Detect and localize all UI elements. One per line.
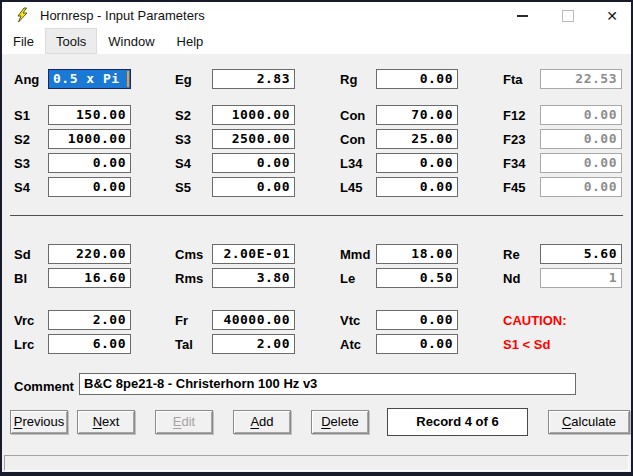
label-s4: S4 <box>175 156 191 171</box>
label-vtc: Vtc <box>340 313 360 328</box>
field-rms[interactable]: 3.80 <box>212 268 295 288</box>
field-l34[interactable]: 0.00 <box>376 153 458 173</box>
label-s3: S3 <box>175 132 191 147</box>
field-s3[interactable]: 0.00 <box>48 153 131 173</box>
caution-heading: CAUTION: <box>503 313 567 328</box>
section-separator <box>10 215 623 216</box>
field-re[interactable]: 5.60 <box>540 244 622 264</box>
menu-item-help[interactable]: Help <box>166 28 215 54</box>
field-f12: 0.00 <box>540 105 622 125</box>
label-con: Con <box>340 108 365 123</box>
comment-input[interactable]: B&C 8pe21-8 - Christerhorn 100 Hz v3 <box>79 373 576 395</box>
field-s5[interactable]: 0.00 <box>212 177 295 197</box>
field-le[interactable]: 0.50 <box>376 268 458 288</box>
edit-button: Edit <box>155 410 213 434</box>
field-ang[interactable]: 0.5 x Pi <box>48 69 131 89</box>
field-vtc[interactable]: 0.00 <box>376 310 458 330</box>
label-f23: F23 <box>503 132 525 147</box>
previous-button[interactable]: Previous <box>10 410 68 434</box>
field-f45: 0.00 <box>540 177 622 197</box>
minimize-icon <box>517 15 528 17</box>
next-button[interactable]: Next <box>77 410 135 434</box>
label-s1: S1 <box>14 108 30 123</box>
add-button[interactable]: Add <box>233 410 291 434</box>
menu-item-tools[interactable]: Tools <box>45 28 97 54</box>
label-eg: Eg <box>175 72 192 87</box>
label-rms: Rms <box>175 271 203 286</box>
label-vrc: Vrc <box>14 313 34 328</box>
label-s4: S4 <box>14 180 30 195</box>
close-icon: ✕ <box>606 8 618 24</box>
field-sd[interactable]: 220.00 <box>48 244 131 264</box>
field-fr[interactable]: 40000.00 <box>212 310 295 330</box>
field-s4[interactable]: 0.00 <box>212 153 295 173</box>
field-fta: 22.53 <box>540 69 622 89</box>
field-cms[interactable]: 2.00E-01 <box>212 244 295 264</box>
label-bl: Bl <box>14 271 27 286</box>
maximize-button[interactable] <box>552 5 584 26</box>
field-mmd[interactable]: 18.00 <box>376 244 458 264</box>
comment-label: Comment <box>14 379 74 394</box>
label-s2: S2 <box>175 108 191 123</box>
label-con: Con <box>340 132 365 147</box>
hornresp-window: Hornresp - Input Parameters ✕ FileToolsW… <box>2 2 631 472</box>
menu-item-window[interactable]: Window <box>97 28 165 54</box>
field-bl[interactable]: 16.60 <box>48 268 131 288</box>
field-s2[interactable]: 1000.00 <box>48 129 131 149</box>
label-f34: F34 <box>503 156 525 171</box>
label-mmd: Mmd <box>340 247 370 262</box>
minimize-button[interactable] <box>506 5 538 26</box>
field-s4[interactable]: 0.00 <box>48 177 131 197</box>
label-l34: L34 <box>340 156 362 171</box>
label-s5: S5 <box>175 180 191 195</box>
window-title: Hornresp - Input Parameters <box>40 8 205 23</box>
label-lrc: Lrc <box>14 337 34 352</box>
label-sd: Sd <box>14 247 31 262</box>
menu-bar: FileToolsWindowHelp <box>2 28 631 54</box>
field-atc[interactable]: 0.00 <box>376 334 458 354</box>
label-f45: F45 <box>503 180 525 195</box>
lightning-bolt-icon <box>14 7 30 23</box>
field-tal[interactable]: 2.00 <box>212 334 295 354</box>
label-rg: Rg <box>340 72 357 87</box>
field-con[interactable]: 25.00 <box>376 129 458 149</box>
label-s3: S3 <box>14 156 30 171</box>
maximize-icon <box>562 10 574 22</box>
field-con[interactable]: 70.00 <box>376 105 458 125</box>
field-s3[interactable]: 2500.00 <box>212 129 295 149</box>
field-f23: 0.00 <box>540 129 622 149</box>
field-nd: 1 <box>540 268 622 288</box>
label-ang: Ang <box>14 72 39 87</box>
label-nd: Nd <box>503 271 520 286</box>
titlebar: Hornresp - Input Parameters ✕ <box>2 2 631 28</box>
field-rg[interactable]: 0.00 <box>376 69 458 89</box>
label-le: Le <box>340 271 355 286</box>
label-f12: F12 <box>503 108 525 123</box>
label-l45: L45 <box>340 180 362 195</box>
label-fta: Fta <box>503 72 523 87</box>
close-button[interactable]: ✕ <box>596 5 628 26</box>
label-re: Re <box>503 247 520 262</box>
label-atc: Atc <box>340 337 361 352</box>
label-cms: Cms <box>175 247 203 262</box>
field-l45[interactable]: 0.00 <box>376 177 458 197</box>
status-bar <box>4 455 629 471</box>
label-fr: Fr <box>175 313 188 328</box>
text-caret <box>127 71 129 87</box>
label-s2: S2 <box>14 132 30 147</box>
record-indicator: Record 4 of 6 <box>387 408 528 436</box>
field-lrc[interactable]: 6.00 <box>48 334 131 354</box>
menu-item-file[interactable]: File <box>2 28 45 54</box>
field-vrc[interactable]: 2.00 <box>48 310 131 330</box>
delete-button[interactable]: Delete <box>311 410 369 434</box>
field-s2[interactable]: 1000.00 <box>212 105 295 125</box>
calculate-button[interactable]: Calculate <box>548 410 630 434</box>
field-s1[interactable]: 150.00 <box>48 105 131 125</box>
label-tal: Tal <box>175 337 193 352</box>
field-eg[interactable]: 2.83 <box>212 69 295 89</box>
caution-message: S1 < Sd <box>503 337 550 352</box>
field-f34: 0.00 <box>540 153 622 173</box>
